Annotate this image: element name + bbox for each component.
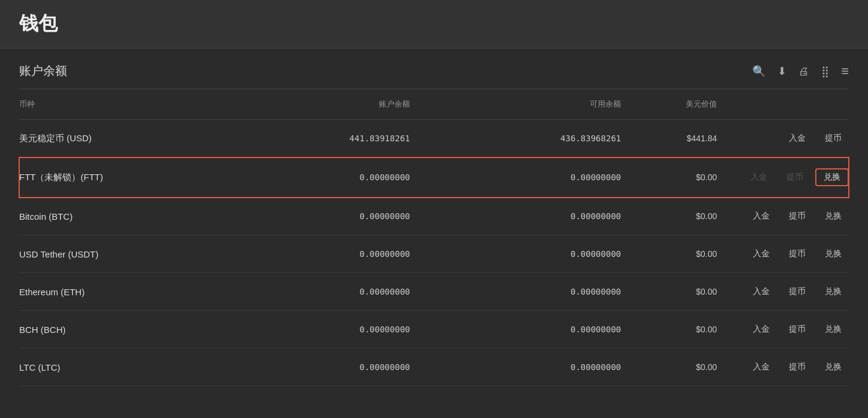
balance-cell: 441.83918261 — [199, 120, 410, 157]
exchange-button[interactable]: 兑换 — [818, 359, 849, 375]
currency-cell: Ethereum (ETH) — [19, 273, 199, 311]
usd-value-cell: $0.00 — [621, 273, 717, 311]
main-content: 账户余额 币种 账户余额 可用余额 美元价值 美元稳定币 (USD)441.83… — [0, 49, 868, 386]
available-cell: 0.00000000 — [410, 198, 621, 235]
table-header-row: 币种 账户余额 可用余额 美元价值 — [19, 89, 849, 120]
exchange-button[interactable]: 兑换 — [818, 322, 849, 337]
header-actions — [717, 89, 849, 120]
exchange-button[interactable]: 兑换 — [815, 168, 849, 186]
actions-cell: 入金提币兑换 — [717, 273, 849, 311]
exchange-button[interactable]: 兑换 — [818, 284, 849, 299]
columns-icon[interactable] — [821, 64, 829, 78]
print-icon[interactable] — [798, 64, 809, 78]
balance-cell: 0.00000000 — [199, 349, 410, 386]
page-header: 钱包 — [0, 0, 868, 49]
available-cell: 0.00000000 — [410, 157, 621, 198]
exchange-button[interactable]: 兑换 — [818, 208, 849, 224]
header-balance: 账户余额 — [199, 89, 410, 120]
deposit-button[interactable]: 入金 — [746, 284, 777, 299]
table-row: Ethereum (ETH)0.000000000.00000000$0.00入… — [19, 273, 849, 311]
actions-cell: 入金提币 — [717, 120, 849, 157]
table-row: LTC (LTC)0.000000000.00000000$0.00入金提币兑换 — [19, 349, 849, 386]
filter-icon[interactable] — [841, 63, 849, 79]
currency-cell: 美元稳定币 (USD) — [19, 120, 199, 157]
usd-value-cell: $441.84 — [621, 120, 717, 157]
withdraw-button[interactable]: 提币 — [782, 284, 813, 299]
deposit-button[interactable]: 入金 — [782, 131, 813, 146]
deposit-button[interactable]: 入金 — [746, 246, 777, 262]
download-icon[interactable] — [777, 64, 786, 78]
header-available: 可用余额 — [410, 89, 621, 120]
usd-value-cell: $0.00 — [621, 349, 717, 386]
header-currency: 币种 — [19, 89, 199, 120]
currency-cell: USD Tether (USDT) — [19, 235, 199, 273]
actions-cell: 入金提币兑换 — [717, 235, 849, 273]
table-row: Bitcoin (BTC)0.000000000.00000000$0.00入金… — [19, 198, 849, 235]
header-usd: 美元价值 — [621, 89, 717, 120]
withdraw-button[interactable]: 提币 — [782, 208, 813, 224]
deposit-button[interactable]: 入金 — [746, 322, 777, 337]
usd-value-cell: $0.00 — [621, 235, 717, 273]
currency-cell: FTT（未解锁）(FTT) — [19, 157, 199, 198]
balance-cell: 0.00000000 — [199, 157, 410, 198]
withdraw-button: 提币 — [779, 169, 810, 185]
section-title: 账户余额 — [19, 63, 67, 79]
withdraw-button[interactable]: 提币 — [782, 246, 813, 262]
actions-cell: 入金提币兑换 — [717, 157, 849, 198]
deposit-button: 入金 — [743, 169, 774, 185]
currency-cell: LTC (LTC) — [19, 349, 199, 386]
section-header: 账户余额 — [19, 49, 849, 89]
withdraw-button[interactable]: 提币 — [782, 359, 813, 375]
balance-cell: 0.00000000 — [199, 311, 410, 349]
currency-cell: Bitcoin (BTC) — [19, 198, 199, 235]
balance-cell: 0.00000000 — [199, 235, 410, 273]
usd-value-cell: $0.00 — [621, 157, 717, 198]
actions-cell: 入金提币兑换 — [717, 311, 849, 349]
actions-cell: 入金提币兑换 — [717, 349, 849, 386]
available-cell: 0.00000000 — [410, 311, 621, 349]
available-cell: 0.00000000 — [410, 235, 621, 273]
withdraw-button[interactable]: 提币 — [818, 131, 849, 146]
actions-cell: 入金提币兑换 — [717, 198, 849, 235]
balance-table: 币种 账户余额 可用余额 美元价值 美元稳定币 (USD)441.8391826… — [19, 89, 849, 386]
deposit-button[interactable]: 入金 — [746, 359, 777, 375]
table-row: USD Tether (USDT)0.000000000.00000000$0.… — [19, 235, 849, 273]
search-icon[interactable] — [752, 64, 765, 78]
currency-cell: BCH (BCH) — [19, 311, 199, 349]
exchange-button[interactable]: 兑换 — [818, 246, 849, 262]
available-cell: 0.00000000 — [410, 349, 621, 386]
usd-value-cell: $0.00 — [621, 198, 717, 235]
table-row: 美元稳定币 (USD)441.83918261436.83968261$441.… — [19, 120, 849, 157]
withdraw-button[interactable]: 提币 — [782, 322, 813, 337]
toolbar — [752, 63, 849, 79]
table-row: BCH (BCH)0.000000000.00000000$0.00入金提币兑换 — [19, 311, 849, 349]
available-cell: 0.00000000 — [410, 273, 621, 311]
usd-value-cell: $0.00 — [621, 311, 717, 349]
deposit-button[interactable]: 入金 — [746, 208, 777, 224]
page-title: 钱包 — [19, 11, 849, 37]
balance-cell: 0.00000000 — [199, 273, 410, 311]
table-row: FTT（未解锁）(FTT)0.000000000.00000000$0.00入金… — [19, 157, 849, 198]
balance-cell: 0.00000000 — [199, 198, 410, 235]
available-cell: 436.83968261 — [410, 120, 621, 157]
